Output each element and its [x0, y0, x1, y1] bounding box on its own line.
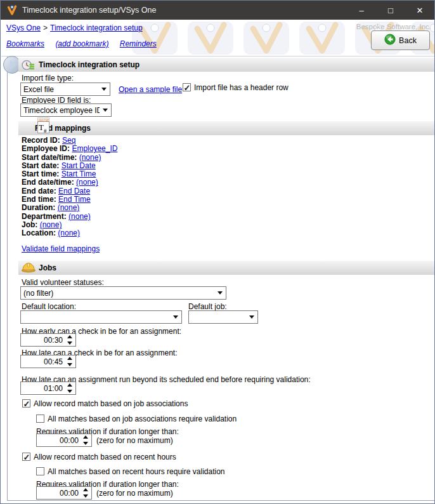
spinner-arrows-icon[interactable] [66, 383, 74, 393]
quick-links: Bookmarks (add bookmark) Reminders [6, 39, 166, 48]
job-assoc-duration-value: 00:00 [60, 434, 79, 446]
bookmarks-link[interactable]: Bookmarks [6, 39, 44, 48]
early-checkin-spinner[interactable]: 00:30 [20, 333, 76, 347]
mapping-row: Job: (none) [22, 221, 117, 229]
allow-job-assoc-checkbox[interactable] [22, 399, 30, 408]
section-header-setup: Timeclock integration setup [18, 58, 435, 72]
titlebar[interactable]: Timeclock integration setup/VSys One – □… [1, 1, 434, 20]
field-mappings-list: Record ID: SeqEmployee ID: Employee_IDSt… [22, 136, 117, 238]
late-checkin-spinner[interactable]: 00:45 [20, 355, 76, 368]
mapping-label: Record ID: [22, 136, 60, 145]
overrun-value: 01:00 [44, 382, 63, 394]
mapping-value-link[interactable]: Seq [62, 136, 75, 145]
chevron-down-icon[interactable] [99, 84, 109, 95]
require-job-assoc-label[interactable]: All matches based on job associations re… [48, 414, 237, 423]
require-job-assoc-checkbox[interactable] [36, 414, 44, 423]
mapping-row: End date/time: (none) [22, 178, 117, 187]
recent-hours-duration-value: 00:00 [60, 487, 79, 499]
breadcrumb-separator: > [43, 23, 48, 32]
timeclock-icon [22, 59, 35, 73]
job-assoc-duration-spinner[interactable]: 00:00 [36, 434, 92, 447]
vsys-logo-icon [7, 5, 17, 15]
volunteer-statuses-select[interactable]: (no filter) [20, 286, 226, 300]
default-location-value [23, 311, 170, 323]
vsys-logo-watermark [187, 21, 234, 55]
maximize-button[interactable]: □ [376, 1, 405, 20]
banner: VSys One>Timeclock integration setup Bes… [1, 20, 435, 56]
late-checkin-value: 00:45 [44, 355, 63, 368]
chevron-down-icon[interactable] [100, 105, 110, 116]
field-type-icon: 01/17/18 T# [37, 117, 49, 135]
section-header-field-mappings: 01/17/18 T# Field mappings [18, 121, 435, 135]
mapping-value-link[interactable]: (none) [40, 220, 62, 229]
mapping-label: End date/time: [22, 178, 74, 187]
mapping-label: Employee ID: [22, 144, 70, 153]
reminders-link[interactable]: Reminders [120, 39, 157, 48]
import-file-type-select[interactable]: Excel file [20, 83, 110, 96]
mapping-value-link[interactable]: (none) [68, 212, 91, 221]
chevron-down-icon[interactable] [215, 288, 225, 298]
app-window: Timeclock integration setup/VSys One – □… [0, 0, 435, 504]
mapping-value-link[interactable]: (none) [58, 229, 80, 237]
default-job-label: Default job: [188, 302, 227, 311]
recent-hours-duration-spinner[interactable]: 00:00 [36, 486, 92, 500]
mapping-value-link[interactable]: (none) [79, 153, 101, 162]
require-recent-hours-checkbox[interactable] [36, 467, 44, 475]
mapping-label: End time: [22, 195, 56, 204]
recent-hours-duration-hint: (zero for no maximum) [96, 489, 173, 498]
import-file-type-value: Excel file [23, 83, 98, 95]
breadcrumb-current-link[interactable]: Timeclock integration setup [50, 23, 143, 32]
vsys-logo-watermark [243, 21, 290, 55]
company-name: Bespoke Software, Inc. [356, 23, 431, 30]
volunteer-statuses-value: (no filter) [23, 287, 214, 299]
mapping-value-link[interactable]: Start Date [62, 161, 96, 170]
open-sample-file-link[interactable]: Open a sample file [119, 85, 182, 94]
chevron-down-icon[interactable] [247, 312, 257, 322]
default-location-label: Default location: [22, 302, 76, 311]
mapping-row: Employee ID: Employee_ID [22, 145, 117, 153]
header-row-label[interactable]: Import file has a header row [194, 83, 289, 92]
overrun-spinner[interactable]: 01:00 [20, 381, 76, 395]
close-button[interactable]: ✕ [405, 1, 434, 20]
section-header-jobs: Jobs [18, 261, 435, 275]
employee-id-field-select[interactable]: Timeclock employee ID [20, 103, 112, 117]
allow-recent-hours-checkbox[interactable] [22, 453, 30, 461]
mapping-row: End time: End Time [22, 196, 117, 204]
volunteer-statuses-label: Valid volunteer statuses: [22, 278, 104, 287]
breadcrumb: VSys One>Timeclock integration setup [6, 23, 143, 32]
add-bookmark-link[interactable]: (add bookmark) [55, 39, 108, 48]
mapping-label: Duration: [22, 203, 55, 212]
mapping-label: Department: [22, 212, 67, 221]
breadcrumb-home-link[interactable]: VSys One [6, 23, 41, 32]
back-button[interactable]: Back [371, 30, 430, 50]
mapping-value-link[interactable]: (none) [58, 203, 80, 212]
spinner-arrows-icon[interactable] [66, 357, 74, 366]
default-job-select[interactable] [188, 310, 258, 324]
spinner-arrows-icon[interactable] [82, 435, 89, 445]
allow-job-assoc-label[interactable]: Allow record match based on job associat… [34, 399, 188, 408]
mapping-value-link[interactable]: (none) [76, 178, 98, 187]
mapping-value-link[interactable]: End Time [58, 195, 91, 204]
default-location-select[interactable] [20, 310, 182, 324]
header-row-checkbox[interactable] [183, 83, 191, 91]
mapping-label: End date: [22, 187, 56, 196]
mapping-row: Record ID: Seq [22, 136, 117, 145]
allow-recent-hours-label[interactable]: Allow record match based on recent hours [34, 453, 176, 461]
mapping-value-link[interactable]: Start Time [62, 169, 96, 178]
window-title: Timeclock integration setup/VSys One [22, 6, 156, 15]
panel-bottom-border [7, 500, 435, 501]
mapping-row: Duration: (none) [22, 204, 117, 212]
mapping-row: Start date/time: (none) [22, 154, 117, 162]
validate-field-mappings-link[interactable]: Validate field mappings [22, 244, 100, 253]
require-recent-hours-label[interactable]: All matches based on recent hours requir… [48, 467, 225, 476]
mapping-value-link[interactable]: End Date [58, 187, 90, 196]
minimize-button[interactable]: – [347, 1, 376, 20]
spinner-arrows-icon[interactable] [66, 335, 74, 345]
mapping-row: Start time: Start Time [22, 170, 117, 178]
mapping-value-link[interactable]: Employee_ID [72, 144, 117, 153]
spinner-arrows-icon[interactable] [82, 488, 89, 498]
chevron-down-icon[interactable] [171, 312, 181, 322]
default-job-value [192, 311, 246, 323]
import-file-type-label: Import file type: [22, 74, 74, 83]
hard-hat-icon [21, 262, 36, 275]
